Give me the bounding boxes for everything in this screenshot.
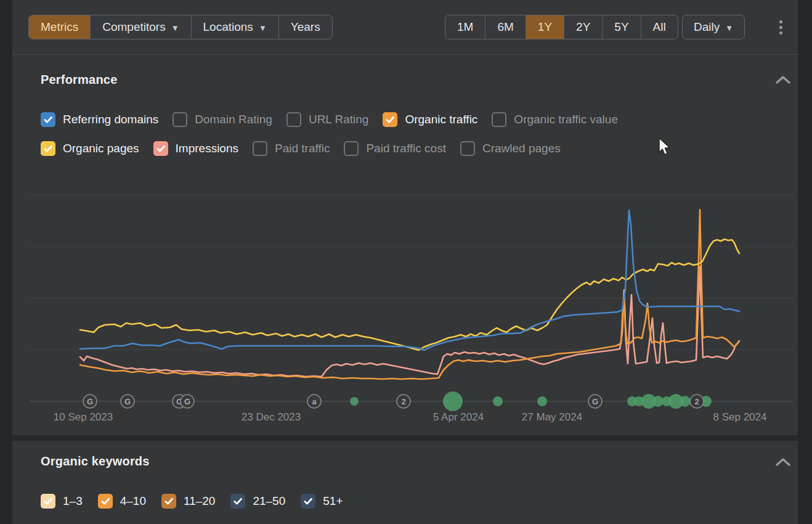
performance-section: Performance Referring domainsDomain Rati… <box>12 55 798 435</box>
checked-checkbox-icon <box>230 494 245 509</box>
caret-down-icon: ▼ <box>259 23 267 33</box>
checked-checkbox-icon <box>41 112 55 127</box>
metric-checkbox-label: Organic traffic value <box>514 113 618 126</box>
tab-metrics[interactable]: Metrics <box>29 15 90 39</box>
unchecked-checkbox-icon <box>460 141 475 156</box>
metric-checkbox-label: Impressions <box>176 142 238 155</box>
range-2y[interactable]: 2Y <box>564 15 602 39</box>
organic-keywords-collapse-button[interactable] <box>774 457 792 468</box>
metric-checkbox-label: Referring domains <box>63 113 158 126</box>
granularity-select[interactable]: Daily ▼ <box>682 15 745 39</box>
keyword-filter-checkbox-21-50[interactable]: 21–50 <box>230 494 285 509</box>
metric-checkbox-organic-traffic-value[interactable]: Organic traffic value <box>492 112 618 127</box>
checked-checkbox-icon <box>383 112 397 127</box>
view-tabs-group: MetricsCompetitors▼Locations▼Years <box>28 15 333 39</box>
keyword-filter-checkbox-4-10[interactable]: 4–10 <box>98 494 146 509</box>
date-range-group: 1M6M1Y2Y5YAll <box>445 15 678 39</box>
tab-competitors[interactable]: Competitors▼ <box>90 15 190 39</box>
metric-checkbox-crawled-pages[interactable]: Crawled pages <box>460 141 561 156</box>
range-label: 6M <box>497 20 513 34</box>
metric-checkbox-label: Organic traffic <box>405 113 477 126</box>
checked-checkbox-icon <box>161 494 176 509</box>
chevron-up-icon <box>774 75 792 86</box>
keyword-filter-checkbox-51[interactable]: 51+ <box>301 494 343 509</box>
tab-label: Locations <box>203 20 253 34</box>
unchecked-checkbox-icon <box>344 141 359 156</box>
range-label: 5Y <box>614 20 628 34</box>
keyword-filter-checkbox-1-3[interactable]: 1–3 <box>41 494 83 509</box>
more-options-button[interactable] <box>774 16 787 38</box>
checked-checkbox-icon <box>41 494 55 509</box>
performance-title: Performance <box>41 73 117 87</box>
checked-checkbox-icon <box>98 494 113 509</box>
metric-checkbox-paid-traffic[interactable]: Paid traffic <box>253 141 330 156</box>
keyword-filter-checkbox-label: 51+ <box>323 494 343 508</box>
granularity-label: Daily <box>694 20 720 34</box>
range-1m[interactable]: 1M <box>445 15 485 39</box>
tab-label: Competitors <box>102 20 165 34</box>
top-toolbar: MetricsCompetitors▼Locations▼Years 1M6M1… <box>12 0 798 55</box>
metric-checkbox-label: Paid traffic <box>275 142 330 155</box>
metric-checkbox-impressions[interactable]: Impressions <box>153 141 238 156</box>
range-label: 1Y <box>538 20 552 34</box>
metric-checkbox-label: URL Rating <box>309 113 369 126</box>
metric-checkbox-url-rating[interactable]: URL Rating <box>286 112 369 127</box>
unchecked-checkbox-icon <box>253 141 267 156</box>
organic-keywords-title: Organic keywords <box>41 454 150 469</box>
range-5y[interactable]: 5Y <box>602 15 640 39</box>
unchecked-checkbox-icon <box>286 112 301 127</box>
main-panel: MetricsCompetitors▼Locations▼Years 1M6M1… <box>12 0 798 524</box>
unchecked-checkbox-icon <box>492 112 506 127</box>
caret-down-icon: ▼ <box>725 23 733 33</box>
kebab-dot <box>779 20 782 23</box>
range-all[interactable]: All <box>641 15 678 39</box>
range-label: All <box>653 20 666 34</box>
organic-keywords-section: Organic keywords 1–34–1011–2021–5051+ <box>12 441 798 524</box>
tab-years[interactable]: Years <box>278 15 332 39</box>
kebab-dot <box>779 26 782 29</box>
metric-checkbox-label: Organic pages <box>63 142 139 155</box>
tab-label: Metrics <box>41 20 78 34</box>
kebab-dot <box>779 31 782 35</box>
checked-checkbox-icon <box>153 141 168 156</box>
caret-down-icon: ▼ <box>171 23 179 33</box>
tab-locations[interactable]: Locations▼ <box>191 15 278 39</box>
metric-checkbox-organic-traffic[interactable]: Organic traffic <box>383 112 477 127</box>
range-label: 2Y <box>576 20 590 34</box>
performance-collapse-button[interactable] <box>774 75 792 86</box>
metric-checkbox-domain-rating[interactable]: Domain Rating <box>173 112 272 127</box>
keyword-filter-checkbox-label: 4–10 <box>120 494 146 508</box>
keyword-filter-checkbox-label: 21–50 <box>253 494 285 508</box>
range-label: 1M <box>457 20 473 34</box>
keyword-filter-checkbox-label: 11–20 <box>184 494 215 508</box>
checked-checkbox-icon <box>41 141 55 156</box>
metric-checkbox-paid-traffic-cost[interactable]: Paid traffic cost <box>344 141 446 156</box>
range-1y[interactable]: 1Y <box>526 15 564 39</box>
metric-checkbox-label: Crawled pages <box>482 142 561 155</box>
analytics-dashboard: MetricsCompetitors▼Locations▼Years 1M6M1… <box>0 0 812 524</box>
keyword-filter-checkbox-11-20[interactable]: 11–20 <box>161 494 215 509</box>
section-divider <box>12 435 798 441</box>
unchecked-checkbox-icon <box>173 112 187 127</box>
checked-checkbox-icon <box>301 494 315 509</box>
metric-checkbox-label: Domain Rating <box>195 113 272 126</box>
tab-label: Years <box>291 20 320 34</box>
metric-checkbox-referring-domains[interactable]: Referring domains <box>41 112 158 127</box>
metric-checkbox-organic-pages[interactable]: Organic pages <box>41 141 139 156</box>
range-6m[interactable]: 6M <box>485 15 525 39</box>
keyword-filter-checkbox-label: 1–3 <box>63 494 83 508</box>
metric-toggles-row-1: Referring domainsDomain RatingURL Rating… <box>41 111 618 128</box>
chevron-up-icon <box>774 457 792 468</box>
keyword-position-filters: 1–34–1011–2021–5051+ <box>41 493 343 510</box>
metric-toggles-row-2: Organic pagesImpressionsPaid trafficPaid… <box>41 140 561 157</box>
metric-checkbox-label: Paid traffic cost <box>366 142 446 155</box>
